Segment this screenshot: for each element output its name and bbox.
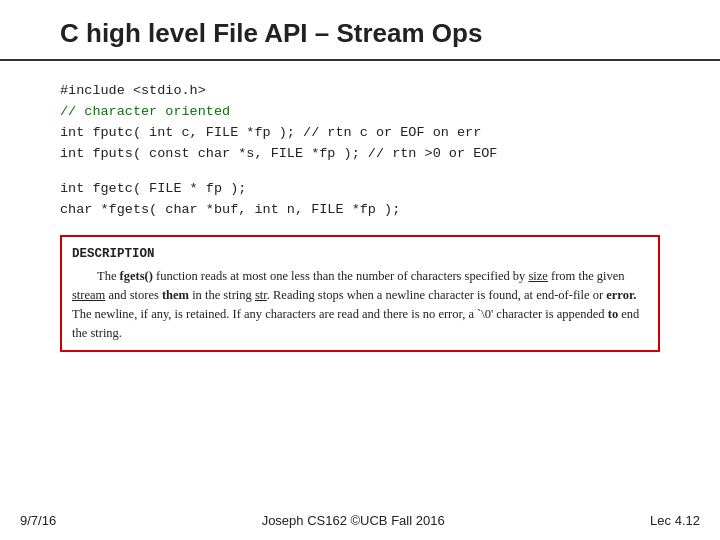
str-underline: str (255, 288, 267, 302)
code-block: #include <stdio.h> // character oriented… (60, 81, 660, 221)
title-area: C high level File API – Stream Ops (0, 0, 720, 61)
footer-date: 9/7/16 (20, 513, 56, 528)
footer: 9/7/16 Joseph CS162 ©UCB Fall 2016 Lec 4… (0, 513, 720, 528)
footer-course: Joseph CS162 ©UCB Fall 2016 (262, 513, 445, 528)
code-line-2: // character oriented (60, 102, 660, 123)
code-line-1: #include <stdio.h> (60, 81, 660, 102)
code-line-3: int fputc( int c, FILE *fp ); // rtn c o… (60, 123, 660, 144)
description-title: DESCRIPTION (72, 245, 648, 264)
description-box: DESCRIPTION The fgets() function reads a… (60, 235, 660, 353)
error-bold: error. (606, 288, 636, 302)
code-line-6: int fgetc( FILE * fp ); (60, 179, 660, 200)
size-underline: size (528, 269, 547, 283)
code-spacer-1 (60, 165, 660, 179)
code-line-4: int fputs( const char *s, FILE *fp ); //… (60, 144, 660, 165)
slide-title: C high level File API – Stream Ops (60, 18, 482, 48)
to-bold: to (608, 307, 618, 321)
fgets-bold: fgets() (120, 269, 153, 283)
stream-underline: stream (72, 288, 105, 302)
them-bold: them (162, 288, 189, 302)
description-body: The fgets() function reads at most one l… (72, 267, 648, 342)
code-line-7: char *fgets( char *buf, int n, FILE *fp … (60, 200, 660, 221)
slide: C high level File API – Stream Ops #incl… (0, 0, 720, 540)
footer-lecture: Lec 4.12 (650, 513, 700, 528)
content-area: #include <stdio.h> // character oriented… (0, 71, 720, 362)
